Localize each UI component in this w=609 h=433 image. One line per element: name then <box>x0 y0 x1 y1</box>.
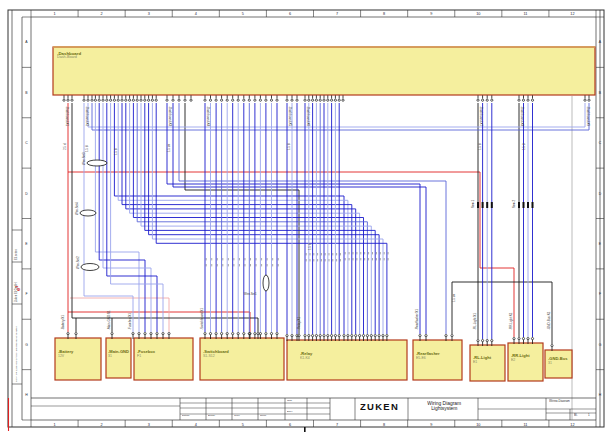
component-block[interactable] <box>55 338 101 380</box>
pin[interactable] <box>331 99 333 101</box>
pin[interactable] <box>209 99 211 101</box>
inline-connector[interactable] <box>523 202 525 208</box>
inline-connector[interactable] <box>527 202 529 208</box>
pin[interactable] <box>156 333 158 335</box>
pin[interactable] <box>296 99 298 101</box>
pin[interactable] <box>522 99 524 101</box>
pin[interactable] <box>87 99 89 101</box>
pin[interactable] <box>237 333 239 335</box>
pin[interactable] <box>232 333 234 335</box>
pin[interactable] <box>125 99 127 101</box>
pin[interactable] <box>486 340 488 342</box>
pin[interactable] <box>254 99 256 101</box>
pin[interactable] <box>113 99 115 101</box>
pin[interactable] <box>132 333 134 335</box>
pin[interactable] <box>248 333 250 335</box>
pin[interactable] <box>527 99 529 101</box>
pin[interactable] <box>518 338 520 340</box>
pin[interactable] <box>308 99 310 101</box>
pin[interactable] <box>151 99 153 101</box>
inline-connector[interactable] <box>477 202 479 208</box>
wire[interactable] <box>185 103 299 334</box>
pin[interactable] <box>117 99 119 101</box>
pin[interactable] <box>338 335 340 337</box>
pin[interactable] <box>209 333 211 335</box>
dashboard-block[interactable] <box>53 47 595 95</box>
pin[interactable] <box>374 335 376 337</box>
pin[interactable] <box>323 335 325 337</box>
pin[interactable] <box>75 333 77 335</box>
pin[interactable] <box>215 99 217 101</box>
pin[interactable] <box>237 99 239 101</box>
pin[interactable] <box>527 338 529 340</box>
pin[interactable] <box>522 338 524 340</box>
pin[interactable] <box>366 335 368 337</box>
pin[interactable] <box>425 335 427 337</box>
pin[interactable] <box>94 99 96 101</box>
pin[interactable] <box>531 99 533 101</box>
pin[interactable] <box>221 333 223 335</box>
pin[interactable] <box>491 99 493 101</box>
component-block[interactable] <box>287 340 407 380</box>
pin[interactable] <box>370 335 372 337</box>
pin[interactable] <box>259 333 261 335</box>
pin[interactable] <box>155 99 157 101</box>
pin[interactable] <box>226 99 228 101</box>
pin[interactable] <box>491 340 493 342</box>
pin[interactable] <box>215 333 217 335</box>
pin[interactable] <box>531 338 533 340</box>
pin[interactable] <box>265 333 267 335</box>
pin[interactable] <box>327 99 329 101</box>
pin[interactable] <box>232 99 234 101</box>
pin[interactable] <box>518 99 520 101</box>
inline-connector[interactable] <box>518 202 520 208</box>
pin[interactable] <box>257 333 259 335</box>
wire[interactable] <box>88 103 585 127</box>
pin[interactable] <box>270 99 272 101</box>
inline-connector[interactable] <box>482 202 484 208</box>
component-block[interactable] <box>106 338 131 378</box>
wire[interactable] <box>149 103 380 334</box>
pin[interactable] <box>338 99 340 101</box>
pin[interactable] <box>276 99 278 101</box>
pin[interactable] <box>67 99 69 101</box>
pin[interactable] <box>551 345 553 347</box>
pin[interactable] <box>265 99 267 101</box>
pin[interactable] <box>378 335 380 337</box>
inline-connector[interactable] <box>491 202 493 208</box>
pin[interactable] <box>291 99 293 101</box>
pin[interactable] <box>286 335 288 337</box>
pin[interactable] <box>286 99 288 101</box>
pin[interactable] <box>129 99 131 101</box>
pin[interactable] <box>148 99 150 101</box>
pin[interactable] <box>359 335 361 337</box>
component-block[interactable] <box>413 340 462 380</box>
pin[interactable] <box>184 99 186 101</box>
component-block[interactable] <box>508 343 543 381</box>
wire-set-splice[interactable] <box>263 275 269 291</box>
pin[interactable] <box>588 99 590 101</box>
pin[interactable] <box>178 99 180 101</box>
pin[interactable] <box>221 99 223 101</box>
pin[interactable] <box>304 335 306 337</box>
wire-set-splice[interactable] <box>81 264 99 271</box>
pin[interactable] <box>136 99 138 101</box>
pin[interactable] <box>351 335 353 337</box>
pin[interactable] <box>243 333 245 335</box>
pin[interactable] <box>91 99 93 101</box>
pin[interactable] <box>140 99 142 101</box>
pin[interactable] <box>248 99 250 101</box>
pin[interactable] <box>98 99 100 101</box>
pin[interactable] <box>334 99 336 101</box>
pin[interactable] <box>343 335 345 337</box>
pin[interactable] <box>172 99 174 101</box>
component-block[interactable] <box>200 338 284 380</box>
wire[interactable] <box>133 103 363 334</box>
pin[interactable] <box>477 99 479 101</box>
pin[interactable] <box>254 333 256 335</box>
pin[interactable] <box>342 99 344 101</box>
wire-set-splice[interactable] <box>87 160 107 166</box>
pin[interactable] <box>71 99 73 101</box>
pin[interactable] <box>204 99 206 101</box>
pin[interactable] <box>482 99 484 101</box>
